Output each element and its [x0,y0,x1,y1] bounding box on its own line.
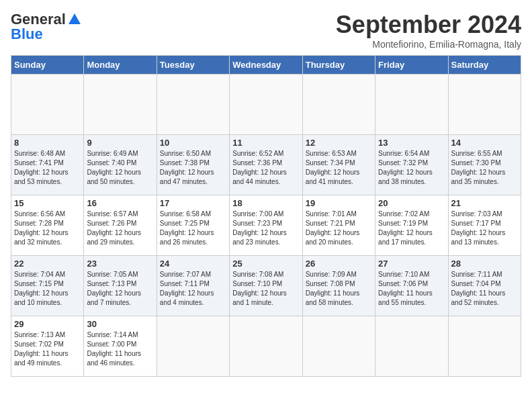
calendar-table: Sunday Monday Tuesday Wednesday Thursday… [11,55,521,377]
table-row: 20Sunrise: 7:02 AM Sunset: 7:19 PM Dayli… [375,195,448,256]
day-number: 12 [306,138,372,148]
day-info: Sunrise: 7:09 AM Sunset: 7:08 PM Dayligh… [306,270,372,308]
table-row: 9Sunrise: 6:49 AM Sunset: 7:40 PM Daylig… [84,135,157,195]
table-row [157,316,229,377]
table-row [375,316,448,377]
day-info: Sunrise: 7:10 AM Sunset: 7:06 PM Dayligh… [378,270,445,308]
day-info: Sunrise: 6:58 AM Sunset: 7:25 PM Dayligh… [160,210,226,247]
day-info: Sunrise: 6:49 AM Sunset: 7:40 PM Dayligh… [87,149,153,187]
day-info: Sunrise: 6:48 AM Sunset: 7:41 PM Dayligh… [14,149,81,187]
table-row [11,75,84,135]
day-number: 23 [87,259,153,269]
calendar-header-row: Sunday Monday Tuesday Wednesday Thursday… [11,56,521,75]
page-header: General Blue September 2024 Montefiorino… [11,11,521,50]
day-number: 15 [14,198,81,208]
table-row: 18Sunrise: 7:00 AM Sunset: 7:23 PM Dayli… [230,195,302,256]
day-number: 26 [306,259,372,269]
day-number: 10 [160,138,226,148]
table-row: 10Sunrise: 6:50 AM Sunset: 7:38 PM Dayli… [157,135,229,195]
table-row: 28Sunrise: 7:11 AM Sunset: 7:04 PM Dayli… [448,256,521,316]
table-row: 13Sunrise: 6:54 AM Sunset: 7:32 PM Dayli… [375,135,448,195]
table-row [157,75,229,135]
day-number: 11 [232,138,299,148]
header-friday: Friday [375,56,448,75]
day-info: Sunrise: 6:53 AM Sunset: 7:34 PM Dayligh… [306,149,372,187]
table-row: 29Sunrise: 7:13 AM Sunset: 7:02 PM Dayli… [11,316,84,377]
day-info: Sunrise: 6:56 AM Sunset: 7:28 PM Dayligh… [14,210,81,247]
calendar-week-3: 22Sunrise: 7:04 AM Sunset: 7:15 PM Dayli… [11,256,521,316]
day-info: Sunrise: 7:11 AM Sunset: 7:04 PM Dayligh… [451,270,518,308]
table-row: 8Sunrise: 6:48 AM Sunset: 7:41 PM Daylig… [11,135,84,195]
title-area: September 2024 Montefiorino, Emilia-Roma… [336,11,521,50]
day-number: 17 [160,198,226,208]
table-row: 17Sunrise: 6:58 AM Sunset: 7:25 PM Dayli… [157,195,229,256]
day-number: 30 [87,319,153,329]
table-row [448,316,521,377]
table-row: 16Sunrise: 6:57 AM Sunset: 7:26 PM Dayli… [84,195,157,256]
day-info: Sunrise: 7:04 AM Sunset: 7:15 PM Dayligh… [14,270,81,308]
table-row: 21Sunrise: 7:03 AM Sunset: 7:17 PM Dayli… [448,195,521,256]
day-info: Sunrise: 6:57 AM Sunset: 7:26 PM Dayligh… [87,210,153,247]
calendar-week-0 [11,75,521,135]
table-row: 26Sunrise: 7:09 AM Sunset: 7:08 PM Dayli… [302,256,375,316]
day-number: 9 [87,138,153,148]
table-row: 30Sunrise: 7:14 AM Sunset: 7:00 PM Dayli… [84,316,157,377]
day-number: 16 [87,198,153,208]
table-row: 19Sunrise: 7:01 AM Sunset: 7:21 PM Dayli… [302,195,375,256]
table-row [375,75,448,135]
day-number: 18 [232,198,299,208]
day-info: Sunrise: 7:02 AM Sunset: 7:19 PM Dayligh… [378,210,445,247]
day-info: Sunrise: 7:14 AM Sunset: 7:00 PM Dayligh… [87,330,153,368]
day-number: 24 [160,259,226,269]
day-info: Sunrise: 6:55 AM Sunset: 7:30 PM Dayligh… [451,149,518,187]
day-number: 21 [451,198,518,208]
table-row: 15Sunrise: 6:56 AM Sunset: 7:28 PM Dayli… [11,195,84,256]
day-number: 8 [14,138,81,148]
day-info: Sunrise: 6:52 AM Sunset: 7:36 PM Dayligh… [232,149,299,187]
header-thursday: Thursday [302,56,375,75]
day-info: Sunrise: 7:07 AM Sunset: 7:11 PM Dayligh… [160,270,226,308]
table-row: 14Sunrise: 6:55 AM Sunset: 7:30 PM Dayli… [448,135,521,195]
table-row: 23Sunrise: 7:05 AM Sunset: 7:13 PM Dayli… [84,256,157,316]
calendar-week-1: 8Sunrise: 6:48 AM Sunset: 7:41 PM Daylig… [11,135,521,195]
day-info: Sunrise: 7:13 AM Sunset: 7:02 PM Dayligh… [14,330,81,368]
day-info: Sunrise: 7:00 AM Sunset: 7:23 PM Dayligh… [232,210,299,247]
logo-text-blue: Blue [11,26,43,43]
day-number: 14 [451,138,518,148]
day-number: 28 [451,259,518,269]
calendar-week-2: 15Sunrise: 6:56 AM Sunset: 7:28 PM Dayli… [11,195,521,256]
table-row: 24Sunrise: 7:07 AM Sunset: 7:11 PM Dayli… [157,256,229,316]
header-saturday: Saturday [448,56,521,75]
header-monday: Monday [84,56,157,75]
location-subtitle: Montefiorino, Emilia-Romagna, Italy [336,39,521,50]
table-row [84,75,157,135]
header-sunday: Sunday [11,56,84,75]
day-info: Sunrise: 7:08 AM Sunset: 7:10 PM Dayligh… [232,270,299,308]
day-number: 29 [14,319,81,329]
day-number: 27 [378,259,445,269]
calendar-week-4: 29Sunrise: 7:13 AM Sunset: 7:02 PM Dayli… [11,316,521,377]
day-info: Sunrise: 6:50 AM Sunset: 7:38 PM Dayligh… [160,149,226,187]
svg-marker-0 [69,13,81,24]
logo-icon [67,12,82,27]
table-row: 25Sunrise: 7:08 AM Sunset: 7:10 PM Dayli… [230,256,302,316]
day-number: 22 [14,259,81,269]
day-info: Sunrise: 6:54 AM Sunset: 7:32 PM Dayligh… [378,149,445,187]
logo: General Blue [11,11,82,43]
day-number: 13 [378,138,445,148]
table-row [230,316,302,377]
day-number: 19 [306,198,372,208]
day-info: Sunrise: 7:01 AM Sunset: 7:21 PM Dayligh… [306,210,372,247]
table-row [230,75,302,135]
table-row [448,75,521,135]
day-number: 20 [378,198,445,208]
table-row: 27Sunrise: 7:10 AM Sunset: 7:06 PM Dayli… [375,256,448,316]
table-row [302,75,375,135]
table-row: 12Sunrise: 6:53 AM Sunset: 7:34 PM Dayli… [302,135,375,195]
month-title: September 2024 [336,11,521,39]
day-info: Sunrise: 7:05 AM Sunset: 7:13 PM Dayligh… [87,270,153,308]
table-row: 11Sunrise: 6:52 AM Sunset: 7:36 PM Dayli… [230,135,302,195]
header-wednesday: Wednesday [230,56,302,75]
header-tuesday: Tuesday [157,56,229,75]
table-row [302,316,375,377]
